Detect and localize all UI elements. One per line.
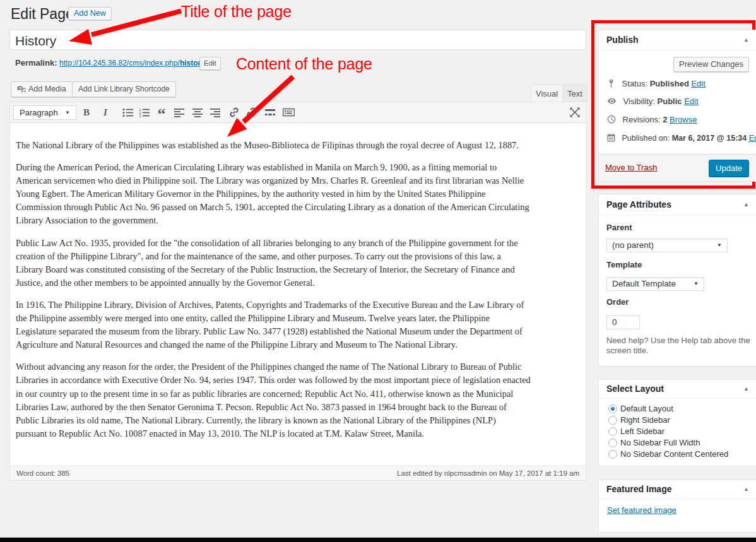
order-input[interactable]: 0 [606, 315, 640, 329]
svg-text:“: “ [158, 107, 166, 118]
update-button[interactable]: Update [709, 160, 749, 177]
distraction-free[interactable] [566, 103, 584, 121]
format-select[interactable]: Paragraph▼ [13, 105, 76, 120]
select-layout-box: Select Layout▲ Default Layout Right Side… [598, 379, 756, 466]
edit-permalink-button[interactable]: Edit [199, 57, 221, 70]
visibility-row: Visibility: Public Edit [606, 95, 699, 108]
add-link-library-button[interactable]: Add Link Library Shortcode [72, 81, 176, 97]
editor-content[interactable]: The National Library of the Philippines … [10, 124, 586, 445]
annotation-arrow-1 [63, 6, 186, 50]
align-right[interactable] [206, 103, 224, 121]
layout-full[interactable]: No Sidebar Full Width [599, 437, 756, 449]
layout-default[interactable]: Default Layout [599, 403, 756, 415]
blockquote[interactable]: “ [153, 103, 170, 121]
bold[interactable]: B [78, 103, 95, 121]
page-attributes-box: Page Attributes▲ Parent (no parent)▼ Tem… [598, 194, 756, 367]
published-on-row: Published on: Mar 6, 2017 @ 15:34 Edit [606, 132, 756, 144]
editor: Paragraph▼ B I 123 “ The National Librar… [9, 102, 586, 481]
status-row: Status: Published Edit [606, 78, 706, 90]
italic[interactable]: I [97, 103, 114, 121]
layout-left[interactable]: Left Sidebar [599, 426, 756, 437]
layout-centered[interactable]: No Sidebar Content Centered [599, 449, 756, 460]
featured-image-box: Featured Image▲ Set featured image [598, 480, 756, 533]
layout-right[interactable]: Right Sidebar [599, 415, 756, 426]
set-featured-image[interactable]: Set featured image [607, 505, 676, 515]
publish-actions: Move to Trash Update [599, 154, 756, 181]
visual-tab[interactable]: Visual [531, 85, 563, 102]
template-select[interactable]: Default Template▼ [606, 277, 704, 291]
annotation-title: Title of the page [181, 3, 292, 20]
editor-toolbar: Paragraph▼ B I 123 “ [10, 102, 586, 123]
svg-text:I: I [103, 107, 108, 117]
number-list[interactable]: 123 [135, 103, 153, 121]
preview-changes[interactable]: Preview Changes [673, 57, 749, 72]
annotation-arrow-2 [222, 73, 298, 142]
revisions-row: Revisions: 2 Browse [606, 114, 697, 126]
align-left[interactable] [170, 103, 188, 121]
move-to-trash[interactable]: Move to Trash [605, 163, 657, 172]
svg-text:B: B [83, 107, 90, 117]
bullet-list[interactable] [119, 103, 136, 121]
svg-text:3: 3 [139, 114, 141, 118]
annotation-content: Content of the page [236, 56, 372, 72]
parent-select[interactable]: (no parent)▼ [606, 239, 728, 252]
edit-page-screen: Edit Page Add New History Permalink: htt… [0, 0, 756, 542]
bottom-bar [0, 538, 756, 542]
add-media-button[interactable]: Add Media [11, 81, 73, 97]
align-center[interactable] [189, 103, 206, 121]
help-text: Need help? Use the Help tab above thescr… [606, 336, 750, 355]
permalink: Permalink: http://104.245.36.82/cms/inde… [15, 58, 207, 68]
text-tab[interactable]: Text [562, 85, 588, 102]
publish-box: Publish▲ Preview Changes Status: Publish… [598, 30, 756, 182]
status-bar: Word count: 385 Last edited by nlpcmsadm… [10, 466, 586, 480]
